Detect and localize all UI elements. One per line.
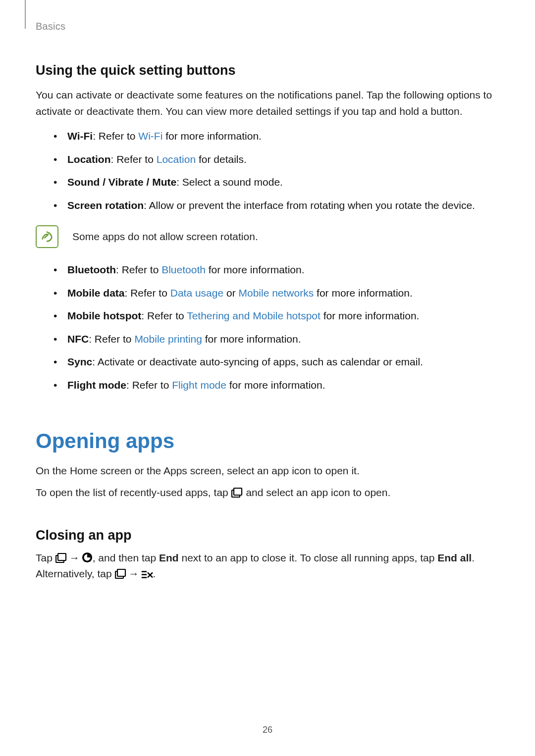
svg-rect-6 [117,569,125,576]
opening-p1: On the Home screen or the Apps screen, s… [36,463,499,479]
link-bluetooth[interactable]: Bluetooth [161,264,206,275]
link-mobile-networks[interactable]: Mobile networks [238,287,314,299]
item-label: Wi-Fi [67,130,93,142]
task-manager-icon [82,552,93,562]
note-text: Some apps do not allow screen rotation. [72,231,258,243]
list-item: Wi-Fi: Refer to Wi-Fi for more informati… [54,128,499,145]
opening-p2: To open the list of recently-used apps, … [36,485,499,501]
item-label: Sound / Vibrate / Mute [67,176,176,188]
list-item: Location: Refer to Location for details. [54,151,499,168]
end-all-label: End all [437,552,472,563]
link-wifi[interactable]: Wi-Fi [138,130,162,142]
link-flight-mode[interactable]: Flight mode [172,379,226,391]
link-mobile-printing[interactable]: Mobile printing [134,333,202,345]
heading-closing-app: Closing an app [36,528,499,543]
list-item: Bluetooth: Refer to Bluetooth for more i… [54,262,499,278]
list-item: Screen rotation: Allow or prevent the in… [54,198,499,214]
arrow-icon: → [127,566,141,582]
list-item: NFC: Refer to Mobile printing for more i… [54,331,499,348]
note-box: Some apps do not allow screen rotation. [36,225,499,248]
item-label: Bluetooth [67,264,116,275]
list-item: Sound / Vibrate / Mute: Select a sound m… [54,174,499,191]
item-label: NFC [67,333,89,345]
heading-quick-settings: Using the quick setting buttons [36,63,499,78]
link-data-usage[interactable]: Data usage [170,287,223,299]
item-label: Sync [67,356,92,367]
list-item: Flight mode: Refer to Flight mode for mo… [54,377,499,394]
item-label: Location [67,153,111,165]
intro-text: You can activate or deactivate some feat… [36,87,499,119]
list-item: Sync: Activate or deactivate auto-syncin… [54,354,499,370]
recent-apps-icon [115,567,127,577]
item-label: Mobile data [67,287,125,299]
list-item: Mobile hotspot: Refer to Tethering and M… [54,308,499,324]
arrow-icon: → [67,550,82,566]
page-number: 26 [0,725,535,735]
recent-apps-icon [231,486,243,496]
note-icon [36,225,58,248]
header-rule [25,0,26,29]
heading-opening-apps: Opening apps [36,429,499,453]
svg-rect-1 [234,488,242,495]
link-tethering[interactable]: Tethering and Mobile hotspot [187,310,321,321]
quick-settings-list-b: Bluetooth: Refer to Bluetooth for more i… [54,262,499,393]
svg-rect-3 [58,554,66,560]
item-label: Mobile hotspot [67,310,141,321]
quick-settings-list-a: Wi-Fi: Refer to Wi-Fi for more informati… [54,128,499,213]
end-label: End [159,552,179,563]
close-all-icon [141,567,153,577]
item-label: Flight mode [67,379,126,391]
breadcrumb: Basics [36,21,499,32]
item-label: Screen rotation [67,200,144,211]
recent-apps-icon [55,552,67,561]
link-location[interactable]: Location [157,153,196,165]
list-item: Mobile data: Refer to Data usage or Mobi… [54,285,499,302]
closing-p: Tap →, and then tap End next to an app t… [36,550,499,582]
